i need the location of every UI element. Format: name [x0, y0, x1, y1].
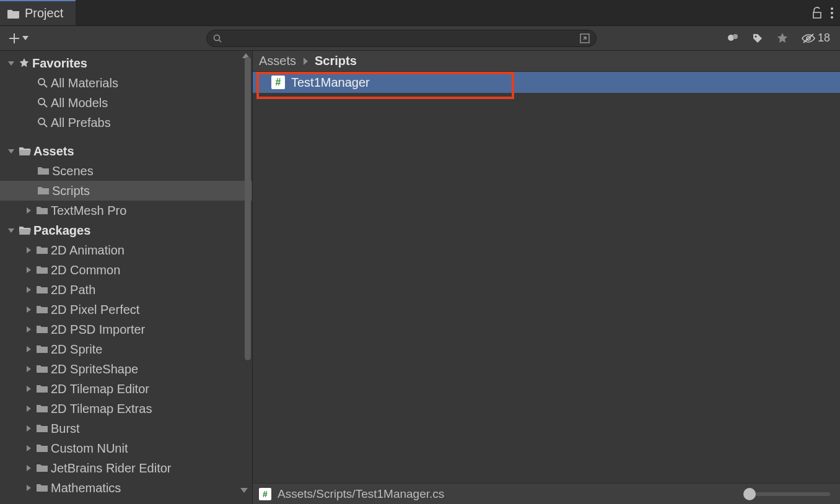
csharp-script-icon: # [271, 76, 285, 89]
file-list[interactable]: # Test1Manager [253, 72, 840, 483]
lock-icon[interactable] [812, 7, 823, 19]
chevron-right-icon [25, 365, 32, 373]
slider-knob[interactable] [743, 488, 756, 500]
kebab-menu-icon[interactable] [830, 7, 834, 19]
folder-icon [36, 245, 48, 255]
star-icon [776, 32, 789, 45]
chevron-right-icon [302, 57, 308, 66]
svg-point-11 [38, 79, 45, 85]
folder-open-icon [19, 146, 31, 156]
package-label: Custom NUnit [51, 441, 128, 456]
svg-point-2 [831, 16, 833, 19]
csharp-script-icon: # [259, 488, 271, 500]
package-label: 2D Tilemap Editor [51, 382, 149, 396]
filter-by-type-button[interactable] [722, 29, 743, 48]
package-label: 2D PSD Importer [51, 323, 145, 337]
package-label: Burst [51, 422, 80, 436]
tag-icon [751, 32, 764, 45]
folder-icon [37, 186, 50, 196]
package-label: 2D Animation [51, 243, 125, 258]
search-input[interactable] [206, 30, 597, 47]
package-folder[interactable]: 2D Tilemap Extras [0, 399, 252, 419]
chevron-right-icon [25, 484, 32, 492]
chevron-right-icon [25, 345, 32, 353]
favorite-filter-button[interactable] [772, 29, 793, 48]
tab-label: Project [25, 6, 63, 20]
folder-scripts[interactable]: Scripts [0, 181, 252, 201]
package-label: Mathematics [51, 481, 121, 495]
folder-open-icon [19, 225, 31, 235]
content-panel: Assets Scripts # Test1Manager # Assets/S… [253, 51, 840, 504]
search-icon [213, 34, 222, 43]
package-folder[interactable]: JetBrains Rider Editor [0, 458, 252, 478]
breadcrumb-current[interactable]: Scripts [315, 54, 357, 68]
package-label: 2D Common [51, 263, 120, 277]
folder-scenes[interactable]: Scenes [0, 161, 252, 181]
chevron-down-icon [7, 59, 15, 67]
tab-bar: Project [0, 0, 840, 26]
search-icon [37, 77, 48, 89]
hidden-count: 18 [818, 32, 830, 45]
favorite-all-materials[interactable]: All Materials [0, 73, 252, 93]
folder-icon [36, 404, 48, 414]
package-label: 2D Path [51, 283, 95, 297]
svg-line-14 [44, 104, 47, 107]
folder-icon [36, 364, 48, 374]
package-label: 2D Pixel Perfect [51, 303, 139, 317]
chevron-right-icon [25, 445, 32, 452]
chevron-right-icon [25, 266, 32, 274]
create-asset-button[interactable] [5, 30, 31, 46]
package-folder[interactable]: 2D SpriteShape [0, 359, 252, 379]
project-tab[interactable]: Project [0, 0, 76, 25]
file-row[interactable]: # Test1Manager [253, 72, 840, 93]
svg-point-3 [214, 35, 219, 40]
folder-icon [36, 463, 48, 473]
folder-icon [36, 443, 48, 453]
package-folder[interactable]: 2D Common [0, 260, 252, 280]
package-folder[interactable]: Burst [0, 419, 252, 438]
file-label: Test1Manager [291, 76, 370, 90]
packages-header[interactable]: Packages [0, 220, 252, 240]
folder-icon [36, 324, 48, 334]
search-expand-icon[interactable] [580, 33, 590, 43]
svg-point-15 [38, 118, 45, 124]
folder-icon [36, 424, 48, 433]
package-folder[interactable]: 2D Tilemap Editor [0, 379, 252, 399]
chevron-right-icon [25, 425, 32, 432]
chevron-down-icon [7, 147, 15, 155]
hidden-items-toggle[interactable]: 18 [797, 32, 835, 45]
package-label: JetBrains Rider Editor [51, 461, 172, 476]
assets-header[interactable]: Assets [0, 141, 252, 161]
sidebar-scrollbar[interactable] [245, 57, 251, 360]
svg-point-13 [38, 98, 45, 105]
plus-icon [7, 32, 21, 45]
filter-type-icon [727, 32, 739, 45]
filter-by-label-button[interactable] [747, 29, 768, 48]
package-folder[interactable]: 2D Path [0, 280, 252, 300]
thumbnail-size-slider[interactable] [750, 492, 830, 496]
chevron-down-icon [240, 487, 248, 493]
breadcrumb-root[interactable]: Assets [259, 54, 296, 68]
footer-path: Assets/Scripts/Test1Manager.cs [278, 487, 444, 501]
chevron-right-icon [25, 286, 32, 293]
search-field[interactable] [225, 33, 576, 43]
package-folder[interactable]: 2D Sprite [0, 339, 252, 359]
toolbar: 18 [0, 26, 840, 51]
package-folder[interactable]: 2D PSD Importer [0, 319, 252, 339]
favorite-all-models[interactable]: All Models [0, 93, 252, 113]
package-folder[interactable]: 2D Pixel Perfect [0, 300, 252, 319]
folder-icon [7, 9, 20, 19]
favorite-all-prefabs[interactable]: All Prefabs [0, 113, 252, 133]
favorites-header[interactable]: Favorites [0, 53, 252, 73]
package-folder[interactable]: 2D Animation [0, 240, 252, 260]
chevron-right-icon [25, 385, 32, 393]
package-folder[interactable]: Mathematics [0, 478, 252, 498]
folder-icon [36, 285, 48, 295]
package-folder[interactable]: Custom NUnit [0, 438, 252, 458]
chevron-right-icon [25, 464, 32, 472]
svg-point-7 [733, 34, 738, 39]
chevron-right-icon [25, 405, 32, 412]
folder-textmeshpro[interactable]: TextMesh Pro [0, 201, 252, 220]
chevron-right-icon [25, 326, 32, 333]
folder-icon [36, 344, 48, 354]
